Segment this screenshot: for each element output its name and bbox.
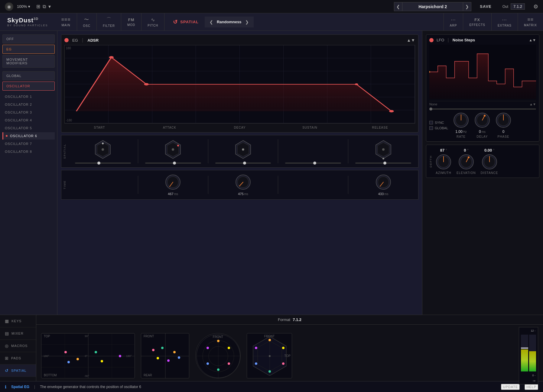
format-label: Format xyxy=(278,317,290,322)
out-value[interactable]: 7.1.2 xyxy=(511,3,525,10)
eg-type-dropdown[interactable]: ▲▼ xyxy=(407,38,415,43)
tab-filter[interactable]: ⌒ FILTER xyxy=(97,13,121,31)
eg-decay-label: DECAY xyxy=(234,126,246,129)
time-knob-release-control[interactable] xyxy=(375,174,392,190)
lfo-global-check[interactable]: GLOBAL xyxy=(429,126,448,130)
bottom-tab-macros[interactable]: ◎ MACROS xyxy=(0,340,36,352)
save-button[interactable]: SAVE xyxy=(480,4,491,9)
hex-knob-start[interactable] xyxy=(92,139,113,160)
grid-icon[interactable]: ⊞ xyxy=(36,4,40,9)
status-separator: | xyxy=(34,385,35,389)
lfo-type-dropdown[interactable]: ▲▼ xyxy=(529,38,536,42)
tab-matrix[interactable]: ≡≡ MATRIX xyxy=(518,13,543,31)
preset-prev-button[interactable]: ❮ xyxy=(394,2,402,11)
tab-pitch[interactable]: ∿ PITCH xyxy=(141,13,164,31)
main-icon: ≡≡≡ xyxy=(61,17,71,22)
tab-osc[interactable]: 〜 OSC xyxy=(77,13,97,31)
spatial-slider-release[interactable] xyxy=(355,162,411,164)
meter-fader[interactable] xyxy=(521,348,528,349)
display-circle-1[interactable]: FRONT xyxy=(195,333,241,378)
update-button[interactable]: UPDATE xyxy=(501,384,520,390)
lfo-phase-knob[interactable] xyxy=(495,112,512,128)
eg-power-button[interactable] xyxy=(64,38,69,42)
osc-item-7[interactable]: OSCILLATOR 7 xyxy=(2,140,55,147)
spatial-slider-sustain[interactable] xyxy=(285,162,341,164)
hex-knob-attack[interactable] xyxy=(162,139,184,160)
sidebar-eg-button[interactable]: EG xyxy=(2,45,55,54)
spatial-prev-button[interactable]: ❮ xyxy=(210,20,213,24)
elevation-knob[interactable] xyxy=(458,154,474,170)
svg-point-11 xyxy=(172,148,174,151)
time-knob-attack-control[interactable] xyxy=(165,174,181,190)
osc-item-8[interactable]: OSCILLATOR 8 xyxy=(2,148,55,155)
spatial-slider-attack[interactable] xyxy=(145,162,201,164)
tab-arp-label: ARP xyxy=(450,24,457,27)
osc-item-2[interactable]: OSCILLATOR 2 xyxy=(2,101,55,108)
display-front-rear[interactable]: FRONT REAR xyxy=(141,333,189,378)
osc-item-3[interactable]: OSCILLATOR 3 xyxy=(2,109,55,116)
lfo-chart[interactable] xyxy=(429,45,536,99)
filter-icon: ⌒ xyxy=(106,17,112,23)
preset-next-button[interactable]: ❯ xyxy=(463,2,471,11)
svg-point-2 xyxy=(144,83,148,85)
bottom-tab-mixer[interactable]: ▤ MIXER xyxy=(0,327,36,340)
osc-item-6[interactable]: OSCILLATOR 6 xyxy=(2,132,55,140)
lfo-waveform-svg xyxy=(429,45,536,99)
sync-checkbox[interactable] xyxy=(429,121,433,124)
toolbar-icons: ⊞ ⧉ ▾ xyxy=(36,4,51,9)
lfo-sync-check[interactable]: SYNC xyxy=(429,121,448,124)
display-hex[interactable]: FRONT TOP xyxy=(247,333,292,378)
spatial-label[interactable]: ↺ SPATIAL xyxy=(167,13,205,31)
help-button[interactable]: HELP xyxy=(525,384,538,390)
tab-effects[interactable]: FX EFFECTS xyxy=(463,13,491,31)
chevron-down-icon[interactable]: ▾ xyxy=(48,4,51,9)
sidebar-movement-button[interactable]: MOVEMENT MODIFIERS xyxy=(2,55,55,68)
spatial-next-button[interactable]: ❯ xyxy=(245,20,249,24)
distance-knob[interactable] xyxy=(481,154,498,170)
lfo-rate-knob[interactable] xyxy=(453,112,469,128)
svg-point-89 xyxy=(206,347,209,349)
sidebar-off-button[interactable]: OFF xyxy=(2,34,55,43)
level-meter[interactable]: 12 - 0 xyxy=(519,327,538,384)
lfo-delay-knob[interactable] xyxy=(474,112,490,128)
distance-val: 0.00 xyxy=(484,148,492,153)
format-bar: Format 7.1.2 xyxy=(36,315,543,325)
lfo-input-none: None ▲▼ xyxy=(429,101,536,107)
global-checkbox[interactable] xyxy=(429,126,433,130)
lfo-amount-slider[interactable] xyxy=(429,108,536,110)
osc-item-4[interactable]: OSCILLATOR 4 xyxy=(2,117,55,124)
tab-arp[interactable]: ⋯ ARP xyxy=(444,13,463,31)
svg-text:-180°: -180° xyxy=(43,355,49,358)
tab-extras[interactable]: ⋯ EXTRAS xyxy=(491,13,518,31)
time-knob-decay-control[interactable] xyxy=(235,174,251,190)
azimuth-knob[interactable] xyxy=(435,154,452,170)
lfo-power-button[interactable] xyxy=(429,38,434,42)
spatial-tab-label: SPATIAL xyxy=(11,369,27,372)
sidebar-global-button[interactable]: GLOBAL xyxy=(2,71,55,80)
tab-main[interactable]: ≡≡≡ MAIN xyxy=(55,13,77,31)
spatial-slider-decay[interactable] xyxy=(215,162,271,164)
tab-mod[interactable]: FM MOD xyxy=(121,13,141,31)
osc-item-5[interactable]: OSCILLATOR 5 xyxy=(2,124,55,132)
tab-main-label: MAIN xyxy=(62,24,70,27)
active-indicator xyxy=(6,135,8,137)
eg-envelope-svg xyxy=(65,45,415,123)
rate-label: RATE xyxy=(457,135,466,138)
eg-attack-label: ATTACK xyxy=(163,126,176,129)
settings-icon[interactable]: ⚙ xyxy=(533,3,538,10)
sidebar-oscillator-button[interactable]: OSCILLATOR xyxy=(2,82,55,91)
bottom-tab-spatial[interactable]: ↺ SPATIAL xyxy=(0,365,36,377)
osc-item-1[interactable]: OSCILLATOR 1 xyxy=(2,93,55,100)
spatial-slider-start[interactable] xyxy=(75,162,131,164)
hex-knob-decay[interactable] xyxy=(232,139,254,160)
bottom-tab-keys[interactable]: ▦ KEYS xyxy=(0,315,36,327)
top-bar: ◉ 100% ▾ ⊞ ⧉ ▾ ❮ Harpsichord 2 ❯ SAVE Ou… xyxy=(0,0,543,13)
bottom-tab-pads[interactable]: ⊞ PADS xyxy=(0,352,36,365)
eg-param-attack: ATTACK xyxy=(135,126,205,129)
eg-chart[interactable]: 180 -180 xyxy=(64,45,415,124)
hex-knob-release[interactable] xyxy=(373,139,394,160)
display-top-bottom[interactable]: 90° -90° -180° 180° 0° TOP BOT xyxy=(41,333,135,378)
expand-icon[interactable]: ⧉ xyxy=(43,4,46,9)
bottom-area: ▦ KEYS ▤ MIXER ◎ MACROS ⊞ PADS ↺ SPATIAL xyxy=(0,315,543,381)
time-row: TIME xyxy=(61,170,418,200)
